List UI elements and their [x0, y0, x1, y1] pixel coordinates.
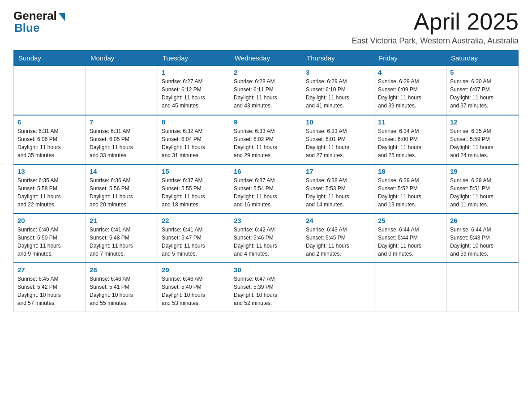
calendar-day-cell: 17Sunrise: 6:38 AM Sunset: 5:53 PM Dayli… [302, 164, 374, 214]
day-number: 1 [162, 68, 226, 76]
day-number: 8 [162, 118, 226, 126]
title-section: April 2025 East Victoria Park, Western A… [352, 9, 519, 46]
day-info: Sunrise: 6:31 AM Sunset: 6:06 PM Dayligh… [17, 127, 82, 159]
day-number: 14 [90, 167, 154, 175]
calendar-day-cell: 26Sunrise: 6:44 AM Sunset: 5:43 PM Dayli… [446, 214, 519, 263]
day-info: Sunrise: 6:39 AM Sunset: 5:52 PM Dayligh… [378, 176, 442, 209]
calendar-day-cell: 27Sunrise: 6:45 AM Sunset: 5:42 PM Dayli… [14, 263, 86, 312]
calendar-day-cell: 2Sunrise: 6:28 AM Sunset: 6:11 PM Daylig… [230, 66, 302, 115]
day-number: 5 [450, 68, 515, 76]
calendar-day-cell: 18Sunrise: 6:39 AM Sunset: 5:52 PM Dayli… [374, 164, 446, 214]
day-number: 26 [450, 217, 515, 224]
day-info: Sunrise: 6:37 AM Sunset: 5:55 PM Dayligh… [162, 176, 226, 209]
day-number: 27 [17, 266, 82, 274]
calendar-week-row: 13Sunrise: 6:35 AM Sunset: 5:58 PM Dayli… [14, 164, 519, 214]
calendar-day-cell: 19Sunrise: 6:39 AM Sunset: 5:51 PM Dayli… [446, 164, 519, 214]
day-number: 30 [234, 266, 298, 274]
calendar-day-cell: 1Sunrise: 6:27 AM Sunset: 6:12 PM Daylig… [158, 66, 230, 115]
calendar-header-tuesday: Tuesday [158, 51, 230, 66]
calendar-header-row: SundayMondayTuesdayWednesdayThursdayFrid… [14, 51, 519, 66]
day-info: Sunrise: 6:44 AM Sunset: 5:44 PM Dayligh… [378, 226, 442, 258]
calendar-header-thursday: Thursday [302, 51, 374, 66]
day-number: 29 [162, 266, 226, 274]
day-info: Sunrise: 6:38 AM Sunset: 5:53 PM Dayligh… [306, 176, 370, 209]
calendar-day-cell: 24Sunrise: 6:43 AM Sunset: 5:45 PM Dayli… [302, 214, 374, 263]
day-info: Sunrise: 6:40 AM Sunset: 5:50 PM Dayligh… [17, 226, 82, 258]
calendar-day-cell [446, 263, 519, 312]
day-info: Sunrise: 6:42 AM Sunset: 5:46 PM Dayligh… [234, 226, 298, 258]
calendar-day-cell: 21Sunrise: 6:41 AM Sunset: 5:48 PM Dayli… [86, 214, 158, 263]
calendar-day-cell: 20Sunrise: 6:40 AM Sunset: 5:50 PM Dayli… [14, 214, 86, 263]
page-header: General Blue April 2025 East Victoria Pa… [13, 9, 519, 46]
day-info: Sunrise: 6:45 AM Sunset: 5:42 PM Dayligh… [17, 275, 82, 307]
calendar-header-wednesday: Wednesday [230, 51, 302, 66]
month-title: April 2025 [352, 9, 519, 34]
calendar-week-row: 1Sunrise: 6:27 AM Sunset: 6:12 PM Daylig… [14, 66, 519, 115]
day-info: Sunrise: 6:33 AM Sunset: 6:01 PM Dayligh… [306, 127, 370, 159]
calendar-header-monday: Monday [86, 51, 158, 66]
day-info: Sunrise: 6:33 AM Sunset: 6:02 PM Dayligh… [234, 127, 298, 159]
calendar-day-cell: 9Sunrise: 6:33 AM Sunset: 6:02 PM Daylig… [230, 115, 302, 164]
calendar-day-cell: 3Sunrise: 6:29 AM Sunset: 6:10 PM Daylig… [302, 66, 374, 115]
calendar-day-cell: 23Sunrise: 6:42 AM Sunset: 5:46 PM Dayli… [230, 214, 302, 263]
day-number: 21 [90, 217, 154, 224]
calendar-day-cell: 25Sunrise: 6:44 AM Sunset: 5:44 PM Dayli… [374, 214, 446, 263]
calendar-day-cell: 12Sunrise: 6:35 AM Sunset: 5:59 PM Dayli… [446, 115, 519, 164]
day-number: 3 [306, 68, 370, 76]
calendar-day-cell: 7Sunrise: 6:31 AM Sunset: 6:05 PM Daylig… [86, 115, 158, 164]
day-number: 16 [234, 167, 298, 175]
calendar-day-cell: 10Sunrise: 6:33 AM Sunset: 6:01 PM Dayli… [302, 115, 374, 164]
day-info: Sunrise: 6:27 AM Sunset: 6:12 PM Dayligh… [162, 77, 226, 110]
logo-arrow-icon [59, 13, 65, 21]
day-info: Sunrise: 6:41 AM Sunset: 5:48 PM Dayligh… [90, 226, 154, 258]
day-number: 28 [90, 266, 154, 274]
day-info: Sunrise: 6:35 AM Sunset: 5:58 PM Dayligh… [17, 176, 82, 209]
calendar-day-cell: 5Sunrise: 6:30 AM Sunset: 6:07 PM Daylig… [446, 66, 519, 115]
day-number: 6 [17, 118, 82, 126]
calendar-week-row: 27Sunrise: 6:45 AM Sunset: 5:42 PM Dayli… [14, 263, 519, 312]
day-info: Sunrise: 6:32 AM Sunset: 6:04 PM Dayligh… [162, 127, 226, 159]
day-number: 17 [306, 167, 370, 175]
day-info: Sunrise: 6:29 AM Sunset: 6:09 PM Dayligh… [378, 77, 442, 110]
calendar-header-saturday: Saturday [446, 51, 519, 66]
calendar-day-cell: 11Sunrise: 6:34 AM Sunset: 6:00 PM Dayli… [374, 115, 446, 164]
day-info: Sunrise: 6:43 AM Sunset: 5:45 PM Dayligh… [306, 226, 370, 258]
calendar-day-cell: 15Sunrise: 6:37 AM Sunset: 5:55 PM Dayli… [158, 164, 230, 214]
day-info: Sunrise: 6:44 AM Sunset: 5:43 PM Dayligh… [450, 226, 515, 258]
calendar-day-cell: 22Sunrise: 6:41 AM Sunset: 5:47 PM Dayli… [158, 214, 230, 263]
day-number: 22 [162, 217, 226, 224]
day-number: 23 [234, 217, 298, 224]
day-number: 4 [378, 68, 442, 76]
day-info: Sunrise: 6:46 AM Sunset: 5:40 PM Dayligh… [162, 275, 226, 307]
day-number: 11 [378, 118, 442, 126]
calendar-day-cell: 28Sunrise: 6:46 AM Sunset: 5:41 PM Dayli… [86, 263, 158, 312]
day-number: 24 [306, 217, 370, 224]
calendar-week-row: 6Sunrise: 6:31 AM Sunset: 6:06 PM Daylig… [14, 115, 519, 164]
day-number: 7 [90, 118, 154, 126]
calendar-day-cell: 29Sunrise: 6:46 AM Sunset: 5:40 PM Dayli… [158, 263, 230, 312]
day-info: Sunrise: 6:41 AM Sunset: 5:47 PM Dayligh… [162, 226, 226, 258]
day-info: Sunrise: 6:46 AM Sunset: 5:41 PM Dayligh… [90, 275, 154, 307]
calendar-day-cell [302, 263, 374, 312]
calendar-day-cell: 30Sunrise: 6:47 AM Sunset: 5:39 PM Dayli… [230, 263, 302, 312]
day-info: Sunrise: 6:39 AM Sunset: 5:51 PM Dayligh… [450, 176, 515, 209]
day-info: Sunrise: 6:28 AM Sunset: 6:11 PM Dayligh… [234, 77, 298, 110]
day-info: Sunrise: 6:31 AM Sunset: 6:05 PM Dayligh… [90, 127, 154, 159]
day-info: Sunrise: 6:37 AM Sunset: 5:54 PM Dayligh… [234, 176, 298, 209]
logo: General Blue [13, 9, 65, 35]
calendar-day-cell: 6Sunrise: 6:31 AM Sunset: 6:06 PM Daylig… [14, 115, 86, 164]
calendar-day-cell [86, 66, 158, 115]
calendar-day-cell: 14Sunrise: 6:36 AM Sunset: 5:56 PM Dayli… [86, 164, 158, 214]
day-info: Sunrise: 6:34 AM Sunset: 6:00 PM Dayligh… [378, 127, 442, 159]
day-info: Sunrise: 6:35 AM Sunset: 5:59 PM Dayligh… [450, 127, 515, 159]
day-number: 25 [378, 217, 442, 224]
logo-blue-text: Blue [14, 21, 39, 35]
calendar-header-friday: Friday [374, 51, 446, 66]
calendar-table: SundayMondayTuesdayWednesdayThursdayFrid… [13, 50, 519, 312]
calendar-day-cell [14, 66, 86, 115]
calendar-day-cell [374, 263, 446, 312]
calendar-week-row: 20Sunrise: 6:40 AM Sunset: 5:50 PM Dayli… [14, 214, 519, 263]
calendar-day-cell: 16Sunrise: 6:37 AM Sunset: 5:54 PM Dayli… [230, 164, 302, 214]
calendar-header-sunday: Sunday [14, 51, 86, 66]
day-number: 12 [450, 118, 515, 126]
